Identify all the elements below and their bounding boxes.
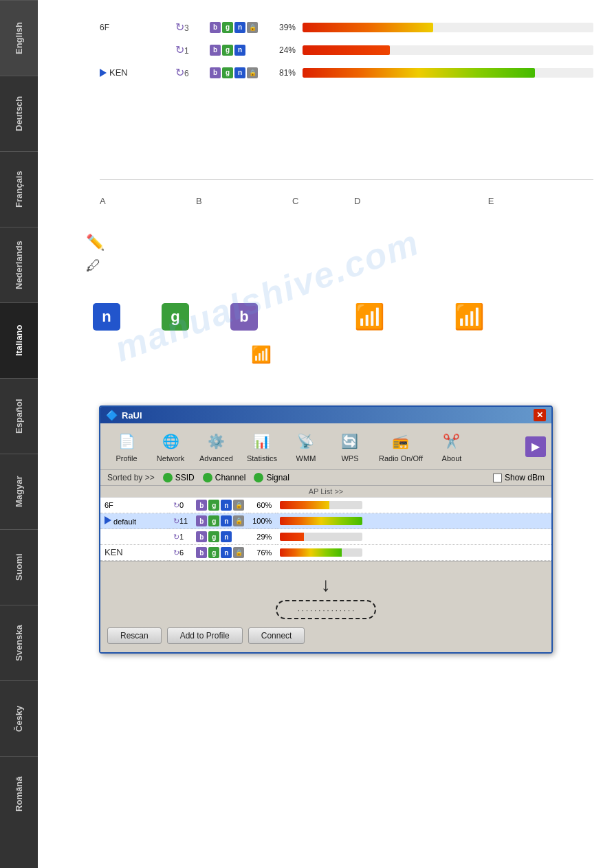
ap-row-6f[interactable]: 6F ↻0 b g n 🔒 60% bbox=[100, 498, 551, 513]
channel-dot-icon bbox=[203, 473, 212, 482]
connect-oval: · · · · · · · · · · · · · · bbox=[276, 600, 377, 619]
profile-label: Profile bbox=[116, 454, 137, 463]
signal-bar-container bbox=[303, 68, 593, 78]
ap-channel: ↻6 bbox=[175, 66, 203, 79]
mode-n: n bbox=[221, 515, 232, 526]
wps-label: WPS bbox=[341, 454, 358, 463]
ap-channel-cell: ↻1 bbox=[169, 529, 192, 545]
raui-filter-bar: Sorted by >> SSID Channel Signal Show dB… bbox=[100, 470, 551, 486]
radio-label: Radio On/Off bbox=[379, 454, 423, 463]
sidebar-item-magyar[interactable]: Magyar bbox=[0, 454, 38, 529]
ap-ssid-cell: KEN bbox=[100, 545, 169, 559]
about-label: About bbox=[442, 454, 462, 463]
ap-percent: 39% bbox=[272, 23, 296, 32]
radio-button[interactable]: 📻 Radio On/Off bbox=[373, 427, 428, 465]
mode-b-badge: b bbox=[210, 22, 221, 33]
ap-modes: b g n 🔒 bbox=[210, 67, 265, 78]
ken-triangle-icon bbox=[100, 69, 107, 77]
sidebar-item-espanol[interactable]: Español bbox=[0, 378, 38, 454]
ap-channel: ↻1 bbox=[175, 43, 203, 56]
network-label: Network bbox=[157, 454, 184, 463]
sidebar-item-suomi[interactable]: Suomi bbox=[0, 529, 38, 605]
ap-row-ch1[interactable]: ↻1 b g n 29% bbox=[100, 529, 551, 545]
ap-percent-cell: 76% bbox=[248, 545, 276, 561]
sidebar: English Deutsch Français Nederlands Ital… bbox=[0, 0, 38, 868]
advanced-button[interactable]: ⚙️ Advanced bbox=[194, 427, 239, 465]
signal-bar-container bbox=[303, 23, 593, 32]
raui-ap-table: 6F ↻0 b g n 🔒 60% bbox=[100, 498, 551, 561]
ap-row-ken[interactable]: KEN ↻6 b g n 🔒 76% bbox=[100, 545, 551, 561]
show-dbm-checkbox[interactable] bbox=[493, 474, 502, 482]
filter-channel[interactable]: Channel bbox=[203, 473, 246, 482]
add-to-profile-button[interactable]: Add to Profile bbox=[167, 627, 243, 644]
show-dbm-option[interactable]: Show dBm bbox=[493, 473, 545, 482]
raui-window: 🔷 RaUI ✕ 📄 Profile 🌐 Network ⚙️ Advanced… bbox=[99, 405, 553, 654]
sidebar-item-deutsch[interactable]: Deutsch bbox=[0, 76, 38, 151]
wmm-icon: 📡 bbox=[295, 430, 317, 452]
ssid-dot-icon bbox=[163, 473, 173, 482]
signal-label: Signal bbox=[266, 473, 289, 482]
mode-b: b bbox=[196, 500, 207, 511]
rescan-button[interactable]: Rescan bbox=[107, 627, 162, 644]
mode-g-badge: g bbox=[222, 45, 233, 56]
ap-bar-cell bbox=[276, 498, 551, 513]
wps-button[interactable]: 🔄 WPS bbox=[329, 427, 371, 465]
ap-row-default[interactable]: default ↻11 b g n 🔒 100% bbox=[100, 513, 551, 529]
signal-bar bbox=[303, 23, 433, 32]
wmm-label: WMM bbox=[296, 454, 316, 463]
network-button[interactable]: 🌐 Network bbox=[150, 427, 191, 465]
raui-buttons-row: Rescan Add to Profile Connect bbox=[107, 625, 545, 647]
sidebar-item-francais[interactable]: Français bbox=[0, 151, 38, 227]
mode-g-badge: g bbox=[222, 22, 233, 33]
profile-button[interactable]: 📄 Profile bbox=[106, 427, 147, 465]
filter-signal[interactable]: Signal bbox=[254, 473, 289, 482]
ap-row-6f: 6F ↻3 b g n 🔒 39% bbox=[100, 21, 593, 34]
advanced-label: Advanced bbox=[199, 454, 233, 463]
about-button[interactable]: ✂️ About bbox=[431, 427, 472, 465]
col-label-c: C bbox=[292, 196, 354, 206]
usb-icon: 🖊 bbox=[86, 257, 105, 275]
ap-percent-cell: 60% bbox=[248, 498, 276, 513]
ap-modes-cell: b g n 🔒 bbox=[192, 498, 248, 513]
show-dbm-label: Show dBm bbox=[505, 473, 545, 482]
sidebar-item-english[interactable]: English bbox=[0, 0, 38, 76]
statistics-label: Statistics bbox=[247, 454, 277, 463]
statistics-button[interactable]: 📊 Statistics bbox=[241, 427, 283, 465]
sidebar-item-nederlands[interactable]: Nederlands bbox=[0, 227, 38, 302]
col-label-e: E bbox=[388, 196, 593, 206]
raui-title: RaUI bbox=[122, 410, 142, 421]
mode-n-badge: n bbox=[234, 45, 245, 56]
mode-g: g bbox=[208, 500, 219, 511]
mode-g: g bbox=[208, 531, 219, 542]
diagram-area: 6F ↻3 b g n 🔒 39% ↻1 bbox=[58, 14, 593, 206]
ap-modes-cell: b g n 🔒 bbox=[192, 513, 248, 529]
mode-n: n bbox=[221, 500, 232, 511]
mode-lock-badge: 🔒 bbox=[247, 22, 258, 33]
signal-bar bbox=[303, 68, 535, 78]
signal-bar bbox=[303, 45, 390, 55]
ap-modes: b g n 🔒 bbox=[210, 22, 265, 33]
col-label-d: D bbox=[354, 196, 388, 206]
ap-channel-cell: ↻0 bbox=[169, 498, 192, 513]
sidebar-item-italiano[interactable]: Italiano bbox=[0, 302, 38, 378]
next-arrow-button[interactable]: ▶ bbox=[525, 436, 546, 457]
radio-icon: 📻 bbox=[390, 430, 412, 452]
ap-modes: b g n bbox=[210, 45, 265, 56]
mode-g: g bbox=[208, 515, 219, 526]
n-icon-large: n bbox=[93, 303, 120, 331]
sidebar-item-romana[interactable]: Română bbox=[0, 756, 38, 832]
mode-b: b bbox=[196, 531, 207, 542]
signal-bar-container bbox=[303, 45, 593, 55]
col-label-a: A bbox=[100, 196, 168, 206]
sidebar-item-svenska[interactable]: Svenska bbox=[0, 605, 38, 680]
wmm-button[interactable]: 📡 WMM bbox=[285, 427, 327, 465]
filter-ssid[interactable]: SSID bbox=[163, 473, 195, 482]
pencil-icon: ✏️ bbox=[86, 234, 105, 252]
connect-button[interactable]: Connect bbox=[248, 627, 305, 644]
raui-toolbar: 📄 Profile 🌐 Network ⚙️ Advanced 📊 Statis… bbox=[100, 423, 551, 470]
raui-close-button[interactable]: ✕ bbox=[534, 409, 546, 421]
ap-percent-cell: 29% bbox=[248, 529, 276, 545]
about-icon: ✂️ bbox=[441, 430, 463, 452]
small-wifi-area: 📶 bbox=[251, 345, 593, 364]
sidebar-item-cesky[interactable]: Česky bbox=[0, 680, 38, 756]
